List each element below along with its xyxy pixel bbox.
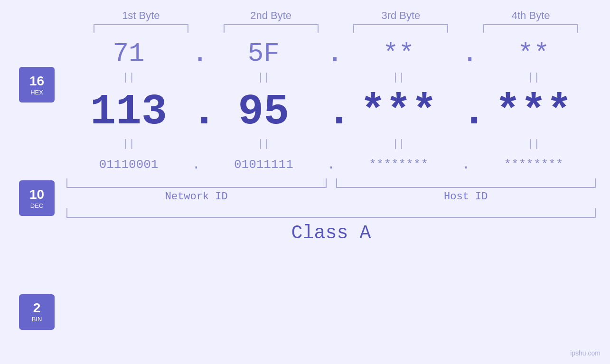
eq2-4: ||	[481, 138, 586, 150]
equals-row-2: || || || ||	[66, 138, 596, 150]
dec-dot-1: .	[191, 88, 201, 136]
hex-badge-num: 16	[29, 74, 44, 89]
dec-val-2: 95	[211, 88, 316, 136]
network-bracket	[66, 178, 327, 188]
dec-badge-num: 10	[29, 187, 44, 202]
data-columns: 71 . 5F . ** . ** || || || || 113	[66, 33, 610, 364]
eq-4: ||	[481, 72, 586, 84]
bracket-1	[94, 24, 188, 33]
class-label: Class A	[66, 223, 596, 244]
bin-dot-3: .	[461, 157, 471, 173]
host-id-label: Host ID	[336, 191, 596, 203]
dec-badge-name: DEC	[30, 202, 43, 209]
eq2-1: ||	[76, 138, 181, 150]
hex-dot-2: .	[326, 37, 336, 70]
hex-val-2: 5F	[211, 38, 316, 69]
network-id-label: Network ID	[66, 191, 327, 203]
byte-label-2: 2nd Byte	[219, 9, 323, 22]
main-container: 1st Byte 2nd Byte 3rd Byte 4th Byte 16 H…	[0, 0, 610, 364]
bracket-3	[353, 24, 448, 33]
bin-val-1: 01110001	[76, 158, 181, 172]
eq2-2: ||	[211, 138, 316, 150]
hex-badge: 16 HEX	[19, 67, 55, 103]
byte-label-4: 4th Byte	[479, 9, 583, 22]
bin-badge-num: 2	[33, 301, 41, 316]
bracket-2	[224, 24, 319, 33]
bracket-4	[483, 24, 578, 33]
watermark: ipshu.com	[570, 349, 601, 357]
bin-badge-name: BIN	[32, 316, 42, 323]
eq-3: ||	[347, 72, 451, 84]
dec-val-1: 113	[76, 88, 181, 136]
hex-row: 71 . 5F . ** . **	[66, 37, 596, 70]
base-badges: 16 HEX 10 DEC 2 BIN	[0, 33, 66, 364]
bin-val-4: ********	[481, 158, 586, 172]
dec-val-4: ***	[481, 88, 586, 136]
bin-val-3: ********	[347, 158, 451, 172]
eq-2: ||	[211, 72, 316, 84]
bin-row: 01110001 . 01011111 . ******** . *******…	[66, 157, 596, 173]
hex-val-1: 71	[76, 38, 181, 69]
eq-1: ||	[76, 72, 181, 84]
hex-badge-name: HEX	[30, 89, 43, 96]
inner-brackets	[66, 178, 596, 188]
byte-label-1: 1st Byte	[89, 9, 193, 22]
big-outer-bracket	[66, 208, 596, 218]
bin-badge: 2 BIN	[19, 294, 55, 330]
dec-dot-3: .	[461, 88, 471, 136]
top-brackets	[0, 24, 610, 33]
hex-dot-3: .	[461, 37, 471, 70]
hex-val-3: **	[347, 38, 451, 69]
hex-dot-1: .	[191, 37, 201, 70]
equals-row-1: || || || ||	[66, 72, 596, 84]
id-labels: Network ID Host ID	[66, 191, 596, 203]
byte-label-3: 3rd Byte	[348, 9, 453, 22]
hex-val-4: **	[481, 38, 586, 69]
bin-val-2: 01011111	[211, 158, 316, 172]
dec-badge: 10 DEC	[19, 180, 55, 216]
dec-dot-2: .	[326, 88, 336, 136]
host-bracket	[336, 178, 596, 188]
dec-val-3: ***	[347, 88, 451, 136]
dec-row: 113 . 95 . *** . ***	[66, 88, 596, 136]
bin-dot-1: .	[191, 157, 201, 173]
bin-dot-2: .	[326, 157, 336, 173]
byte-headers: 1st Byte 2nd Byte 3rd Byte 4th Byte	[0, 9, 610, 22]
eq2-3: ||	[347, 138, 451, 150]
